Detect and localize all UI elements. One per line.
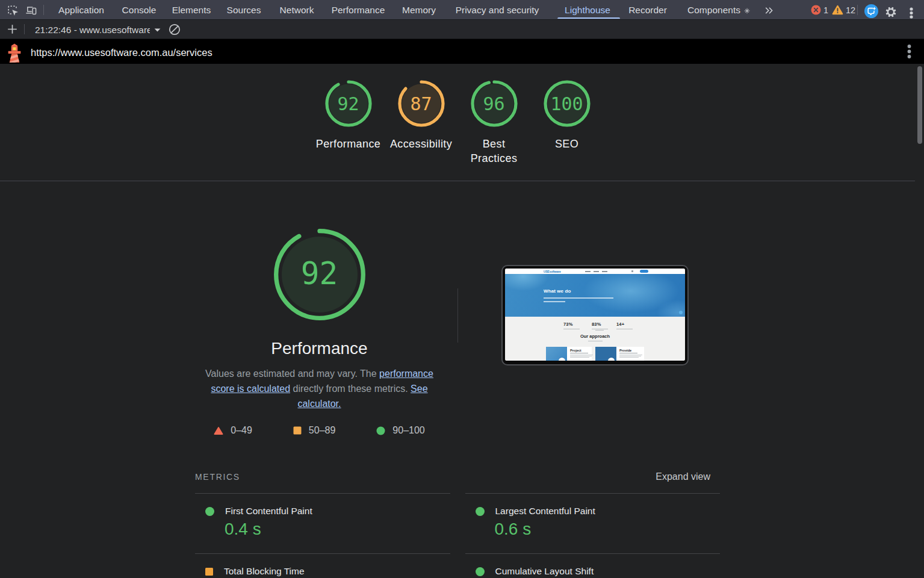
- performance-section-title: Performance: [195, 340, 444, 358]
- metrics-section-title: METRICS: [195, 472, 240, 482]
- device-toolbar-button[interactable]: [21, 2, 40, 17]
- settings-button[interactable]: [885, 4, 897, 20]
- tab-application[interactable]: Application: [58, 0, 104, 20]
- error-count: 1: [823, 5, 828, 15]
- thumb-cta-button: [640, 270, 648, 273]
- lighthouse-panel-toolbar: 21:22:46 - www.usesoftware.com.au/servic…: [0, 20, 924, 39]
- category-gauge-accessibility[interactable]: 87 Accessibility: [394, 80, 448, 181]
- section-divider: [457, 288, 458, 343]
- device-icon: [25, 4, 37, 16]
- thumb-stat: 73%: [563, 322, 580, 327]
- score-summary: 92 Performance 87 Accessibility 96: [0, 64, 915, 181]
- report-selector-value: 21:22:46 - www.usesoftware.com.au/servic…: [35, 20, 150, 40]
- metrics-grid: First Contentful Paint 0.4 s Largest Con…: [195, 493, 720, 578]
- tab-console[interactable]: Console: [122, 0, 157, 20]
- tab-sources[interactable]: Sources: [227, 0, 261, 20]
- tab-network[interactable]: Network: [280, 0, 314, 20]
- legend-pass: 90–100: [376, 425, 424, 436]
- lighthouse-toolbar-divider: [24, 24, 25, 34]
- lighthouse-icon: [8, 43, 21, 63]
- metric-name: Cumulative Layout Shift: [495, 566, 594, 577]
- scrollbar-thumb[interactable]: [917, 66, 922, 144]
- gear-icon: [885, 6, 897, 18]
- chevron-down-icon: [154, 28, 161, 32]
- pass-circle-icon: [205, 507, 214, 516]
- error-icon: [811, 5, 821, 15]
- performance-score-value: 92: [274, 228, 365, 319]
- metric-name: Total Blocking Time: [224, 566, 305, 577]
- metric-name: First Contentful Paint: [225, 506, 312, 517]
- page-screenshot: USEsoftware What we do 73% 83% 14+ Our a…: [505, 269, 685, 361]
- category-label: SEO: [528, 137, 606, 151]
- thumb-card: Project: [546, 347, 592, 361]
- block-icon: [169, 23, 181, 36]
- scrollbar[interactable]: [917, 66, 922, 577]
- kebab-icon: [910, 7, 913, 19]
- pass-circle-icon: [476, 507, 485, 516]
- console-warnings-indicator[interactable]: 12: [832, 0, 855, 20]
- thumb-card-title: Project: [570, 349, 592, 352]
- plus-icon: [7, 24, 17, 34]
- metric-cumulative-layout-shift: Cumulative Layout Shift: [465, 553, 721, 578]
- fail-triangle-icon: [214, 426, 223, 435]
- expand-view-button[interactable]: Expand view: [656, 471, 710, 482]
- thumb-hero: What we do: [505, 274, 685, 317]
- thumb-site-header: USEsoftware: [505, 269, 685, 274]
- lighthouse-logo-icon: [8, 42, 21, 61]
- score-legend: 0–49 50–89 90–100: [195, 425, 444, 436]
- report-selector[interactable]: 21:22:46 - www.usesoftware.com.au/servic…: [35, 20, 161, 40]
- toolbar-divider-right: [857, 5, 858, 15]
- tab-components[interactable]: Components: [687, 0, 750, 20]
- devtools-menu-button[interactable]: [910, 5, 913, 20]
- thumb-card-title: Provide: [619, 349, 644, 352]
- clear-reports-button[interactable]: [166, 22, 183, 37]
- tab-recorder[interactable]: Recorder: [628, 0, 667, 20]
- tab-privacy-and-security[interactable]: Privacy and security: [456, 0, 539, 20]
- category-gauge-performance[interactable]: 92 Performance: [321, 80, 376, 181]
- category-label: Accessibility: [382, 137, 460, 151]
- category-score: 96: [471, 80, 518, 127]
- category-gauge-seo[interactable]: 100 SEO: [540, 80, 594, 181]
- category-label: Performance: [309, 137, 388, 151]
- category-label: Best Practices: [467, 137, 521, 166]
- lighthouse-report: 92 Performance 87 Accessibility 96: [0, 64, 924, 577]
- tab-elements[interactable]: Elements: [172, 0, 211, 20]
- tab-performance[interactable]: Performance: [332, 0, 385, 20]
- thumb-approach-title: Our approach: [505, 334, 685, 339]
- thumb-card: Provide: [595, 347, 644, 361]
- report-menu-button[interactable]: [900, 45, 918, 58]
- more-tabs-button[interactable]: [764, 2, 774, 18]
- inspect-icon: [6, 4, 19, 16]
- thumb-stat: 14+: [616, 322, 633, 327]
- tab-memory[interactable]: Memory: [402, 0, 436, 20]
- new-report-button[interactable]: [4, 22, 20, 37]
- tab-lighthouse[interactable]: Lighthouse: [565, 0, 610, 20]
- report-url: https://www.usesoftware.com.au/services: [31, 47, 212, 58]
- page-screenshot-thumbnail: USEsoftware What we do 73% 83% 14+ Our a…: [501, 265, 689, 365]
- metrics-section: METRICS Expand view First Contentful Pai…: [195, 473, 720, 578]
- legend-fail: 0–49: [214, 425, 252, 436]
- legend-fail-range: 0–49: [231, 425, 252, 436]
- warning-icon: [832, 5, 843, 15]
- score-description: Values are estimated and may vary. The p…: [200, 366, 439, 411]
- average-square-icon: [205, 568, 213, 576]
- performance-score-gauge[interactable]: 92: [274, 229, 365, 320]
- tab-components-label: Components: [687, 5, 740, 15]
- average-square-icon: [293, 426, 302, 435]
- metric-name: Largest Contentful Paint: [495, 506, 595, 517]
- snowflake-icon: [744, 5, 750, 16]
- console-errors-indicator[interactable]: 1: [811, 0, 828, 20]
- category-gauge-best-practices[interactable]: 96 Best Practices: [467, 80, 521, 181]
- thumb-stat: 83%: [592, 322, 608, 327]
- devtools-tab-bar: Application Console Elements Sources Net…: [0, 0, 924, 20]
- legend-average-range: 50–89: [309, 425, 336, 436]
- toolbar-divider: [43, 5, 44, 15]
- ai-assistant-button[interactable]: [864, 3, 878, 19]
- thumb-chat-widget: [679, 311, 683, 314]
- inspect-element-button[interactable]: [3, 2, 21, 17]
- performance-category-header: 92 Performance Values are estimated and …: [195, 181, 720, 436]
- metric-first-contentful-paint: First Contentful Paint 0.4 s: [195, 493, 450, 553]
- pass-circle-icon: [376, 426, 385, 435]
- pass-circle-icon: [476, 567, 485, 576]
- category-score: 87: [398, 80, 445, 127]
